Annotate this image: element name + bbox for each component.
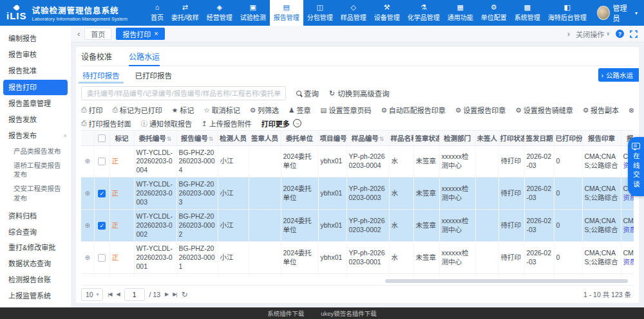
category-quick-button[interactable]: ›公路水运 bbox=[598, 68, 639, 82]
tab-home[interactable]: 首页 bbox=[84, 28, 111, 40]
chevron-left-icon[interactable]: ‹ bbox=[77, 29, 80, 39]
column-header-wtno[interactable]: 委托编号⇅ bbox=[134, 131, 176, 145]
nav-item[interactable]: ⚗化学品管理 bbox=[404, 0, 444, 26]
next-page-button[interactable]: ▶ bbox=[165, 291, 168, 297]
table-row[interactable]: ⊕正WT-YCLDL-20260203-0004BG-PHZ-20260203-… bbox=[81, 145, 634, 178]
sidebar-item[interactable]: 扫码管理∧ bbox=[0, 304, 71, 307]
toolbar-button[interactable]: ★标记 bbox=[172, 105, 194, 115]
fullscreen-icon[interactable] bbox=[630, 30, 638, 38]
status-tab[interactable]: 已打印报告 bbox=[134, 66, 174, 84]
tab-report-print[interactable]: 报告打印× bbox=[116, 28, 164, 40]
chevron-right-icon[interactable]: › bbox=[567, 29, 570, 39]
row-checkbox[interactable] bbox=[98, 222, 106, 230]
user-menu[interactable]: 管理员 ▾ bbox=[591, 0, 644, 26]
category-tab[interactable]: 设备校准 bbox=[81, 47, 112, 66]
toolbar-button[interactable]: ⎙打印 bbox=[81, 105, 102, 115]
table-row[interactable]: ⊕正WT-YCLDL-20260203-0003BG-PHZ-20260203-… bbox=[81, 178, 634, 210]
column-header-bgno[interactable]: 报告编号⇅ bbox=[176, 131, 218, 145]
nav-item[interactable]: ▩系统管理 bbox=[511, 0, 544, 26]
toolbar-button[interactable]: ⎙打印报告封面 bbox=[81, 118, 131, 129]
toolbar-button[interactable]: ⚙报告副本 bbox=[583, 105, 619, 115]
category-tab[interactable]: 公路水运 bbox=[129, 47, 160, 66]
sidebar-item[interactable]: 综合查询 bbox=[0, 224, 71, 241]
status-tab[interactable]: 待打印报告 bbox=[81, 66, 121, 84]
toolbar-button[interactable]: ↥上传报告附件 bbox=[202, 118, 252, 129]
nav-item[interactable]: ◫分包管理 bbox=[303, 0, 337, 26]
row-checkbox[interactable] bbox=[98, 254, 106, 262]
sidebar-item[interactable]: 报告打印 bbox=[3, 80, 68, 96]
toolbar-button[interactable]: ⓘ通知领取报告 bbox=[140, 118, 192, 129]
move-icon[interactable]: ⊕ bbox=[85, 222, 90, 229]
sidebar-item[interactable]: 报告发放 bbox=[0, 112, 71, 128]
sidebar-item[interactable]: 道桥工程类报告发布 bbox=[0, 158, 71, 181]
sidebar-item[interactable]: 编制报告 bbox=[0, 31, 71, 47]
sidebar-item[interactable]: 数据状态查询 bbox=[0, 256, 71, 272]
sidebar-item[interactable]: 报告批准 bbox=[0, 63, 71, 79]
toolbar-button[interactable]: ⚙设置报告印章 bbox=[455, 105, 506, 115]
sidebar-item[interactable]: 报告盖章管理 bbox=[0, 96, 71, 112]
table-row[interactable]: ⊕正WT-YCLDL-20260203-0002BG-PHZ-20260203-… bbox=[81, 210, 634, 242]
move-icon[interactable]: ⊕ bbox=[85, 158, 90, 165]
close-operations-dropdown[interactable]: 关闭操作∨ bbox=[576, 29, 610, 39]
refresh-icon[interactable]: ↻ bbox=[182, 290, 188, 299]
system-plugin-download-link[interactable]: 系统插件下载 bbox=[267, 309, 304, 318]
column-label: 标记 bbox=[115, 134, 129, 142]
move-icon[interactable]: ⊕ bbox=[85, 254, 90, 261]
toolbar-button[interactable]: ▤设置签章页码 bbox=[321, 105, 372, 115]
toolbar-button[interactable]: ⚙设置报告骑缝章 bbox=[515, 105, 573, 115]
close-icon[interactable]: × bbox=[154, 30, 158, 37]
nav-item[interactable]: ⚙单位配置 bbox=[477, 0, 511, 26]
table-row[interactable]: ⊕临WT-YCLDL-20260120-0002BG-PHZ-20260120-… bbox=[81, 274, 634, 278]
online-chat-button[interactable]: 在线交谈 bbox=[628, 137, 644, 196]
nav-item[interactable]: ⚒设备管理 bbox=[370, 0, 404, 26]
qualification-link[interactable]: 资质 bbox=[623, 258, 634, 267]
nav-item[interactable]: ▣试验检测 bbox=[236, 0, 270, 26]
last-page-button[interactable]: ▶| bbox=[173, 291, 176, 297]
sidebar-item[interactable]: 上报监管系统 bbox=[0, 288, 71, 304]
advanced-query-button[interactable]: ↻切换到高级查询 bbox=[329, 88, 390, 98]
sidebar-item[interactable]: 报告发布∧ bbox=[0, 128, 71, 144]
ukey-plugin-download-link[interactable]: ukey锁签名插件下载 bbox=[321, 309, 377, 318]
sort-icon[interactable]: ⇅ bbox=[379, 136, 384, 142]
qualification-link[interactable]: 资质 bbox=[623, 226, 634, 235]
toolbar-button[interactable]: ♟签章 bbox=[289, 105, 310, 115]
sidebar-item[interactable]: 资料归档 bbox=[0, 208, 71, 224]
first-page-button[interactable]: |◀ bbox=[108, 291, 111, 297]
table-row[interactable]: ⊕正WT-YCLDL-20260203-0001BG-PHZ-20260203-… bbox=[81, 242, 634, 274]
toolbar-button[interactable]: 打印更多→ bbox=[261, 118, 301, 129]
column-header-issue_date[interactable]: 签发日期⇅ bbox=[524, 131, 554, 145]
nav-item[interactable]: ⇄委托/收样 bbox=[167, 0, 203, 26]
nav-item[interactable]: ⌂首页 bbox=[147, 0, 167, 26]
page-input[interactable] bbox=[124, 288, 145, 301]
move-icon[interactable]: ⊕ bbox=[85, 190, 90, 197]
toolbar-button[interactable]: ⎙标记为已打印 bbox=[112, 105, 162, 115]
sidebar-item[interactable]: 交安工程类报告发布 bbox=[0, 181, 71, 205]
row-checkbox[interactable] bbox=[98, 158, 106, 165]
select-all-checkbox[interactable] bbox=[98, 134, 106, 142]
scrollbar-thumb[interactable] bbox=[385, 279, 629, 283]
help-icon[interactable]: ? bbox=[616, 30, 624, 38]
nav-item[interactable]: ▦通用功能 bbox=[444, 0, 477, 26]
sidebar-item[interactable]: 报告审核 bbox=[0, 47, 71, 63]
sort-icon[interactable]: ⇅ bbox=[167, 136, 172, 142]
nav-item[interactable]: ◈经营管理 bbox=[203, 0, 236, 26]
sort-icon[interactable]: ⇅ bbox=[209, 136, 214, 142]
toolbar-button[interactable]: ⚙自动匹配报告印章 bbox=[381, 105, 445, 115]
toolbar-button[interactable]: ☆取消标记 bbox=[204, 105, 240, 115]
column-header-project[interactable]: 项目编号⇅ bbox=[318, 131, 346, 145]
page-size-select[interactable]: 10▾ bbox=[81, 288, 103, 301]
nav-item[interactable]: ◇样品管理 bbox=[337, 0, 370, 26]
sidebar-item[interactable]: 检测报告台账 bbox=[0, 272, 71, 288]
row-checkbox[interactable] bbox=[98, 190, 106, 197]
horizontal-scrollbar[interactable] bbox=[81, 278, 634, 284]
query-button[interactable]: 查询 bbox=[296, 88, 319, 98]
sidebar-item[interactable]: 产品类报告发布 bbox=[0, 144, 71, 158]
search-input[interactable] bbox=[81, 86, 286, 100]
column-header-sample_no[interactable]: 样品编号⇅ bbox=[346, 131, 389, 145]
nav-item[interactable]: ▤报告管理 bbox=[270, 0, 303, 26]
toolbar-button[interactable]: ⊗退回 bbox=[629, 105, 634, 115]
toolbar-button[interactable]: ⚙列筛选 bbox=[250, 105, 279, 115]
nav-item[interactable]: ◧海特后台管理 bbox=[544, 0, 591, 26]
sidebar-item[interactable]: 重打&修改审批 bbox=[0, 240, 71, 256]
prev-page-button[interactable]: ◀ bbox=[116, 291, 119, 297]
